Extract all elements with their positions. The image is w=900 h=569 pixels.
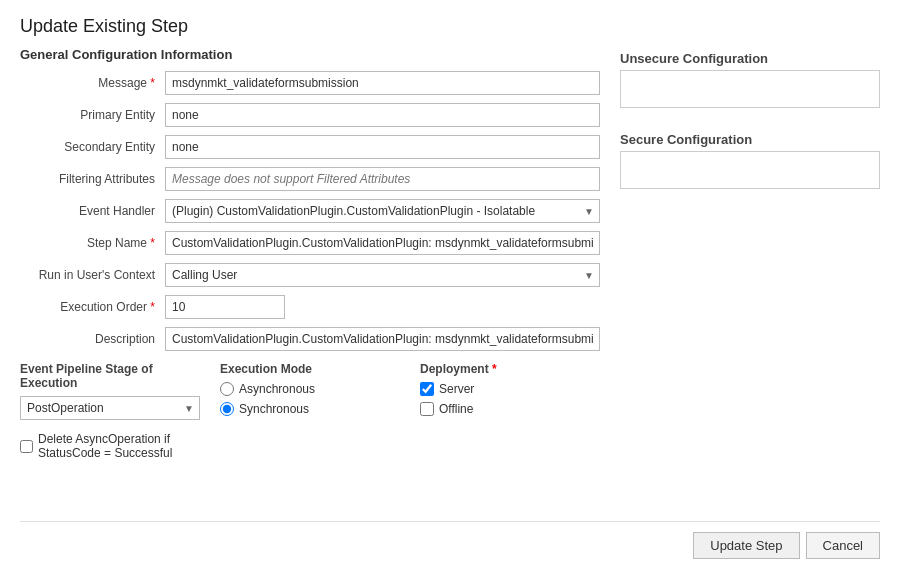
secondary-entity-label: Secondary Entity: [20, 140, 165, 154]
run-in-users-context-label: Run in User's Context: [20, 268, 165, 282]
step-name-label: Step Name *: [20, 236, 165, 250]
event-handler-select[interactable]: (Plugin) CustomValidationPlugin.CustomVa…: [165, 199, 600, 223]
server-label: Server: [439, 382, 474, 396]
message-label: Message *: [20, 76, 165, 90]
unsecure-config-label: Unsecure Configuration: [620, 51, 880, 66]
secondary-entity-input[interactable]: [165, 135, 600, 159]
offline-checkbox[interactable]: [420, 402, 434, 416]
secure-config-textarea[interactable]: [620, 151, 880, 189]
filtering-attributes-input[interactable]: [165, 167, 600, 191]
description-label: Description: [20, 332, 165, 346]
delete-async-checkbox[interactable]: [20, 440, 33, 453]
synchronous-label: Synchronous: [239, 402, 309, 416]
asynchronous-radio[interactable]: [220, 382, 234, 396]
asynchronous-label: Asynchronous: [239, 382, 315, 396]
event-handler-label: Event Handler: [20, 204, 165, 218]
pipeline-stage-select[interactable]: PostOperation: [20, 396, 200, 420]
unsecure-config-textarea[interactable]: [620, 70, 880, 108]
primary-entity-label: Primary Entity: [20, 108, 165, 122]
step-name-input[interactable]: [165, 231, 600, 255]
deployment-label: Deployment *: [420, 362, 600, 376]
filtering-attributes-label: Filtering Attributes: [20, 172, 165, 186]
primary-entity-input[interactable]: [165, 103, 600, 127]
synchronous-radio[interactable]: [220, 402, 234, 416]
offline-label: Offline: [439, 402, 473, 416]
update-step-button[interactable]: Update Step: [693, 532, 799, 559]
page-title: Update Existing Step: [20, 16, 880, 37]
secure-config-label: Secure Configuration: [620, 132, 880, 147]
execution-mode-label: Execution Mode: [220, 362, 400, 376]
cancel-button[interactable]: Cancel: [806, 532, 880, 559]
delete-async-label: Delete AsyncOperation if StatusCode = Su…: [38, 432, 200, 460]
general-config-section-title: General Configuration Information: [20, 47, 600, 62]
execution-order-label: Execution Order *: [20, 300, 165, 314]
description-input[interactable]: [165, 327, 600, 351]
run-in-users-context-select[interactable]: Calling User: [165, 263, 600, 287]
message-input[interactable]: [165, 71, 600, 95]
server-checkbox[interactable]: [420, 382, 434, 396]
execution-order-input[interactable]: [165, 295, 285, 319]
pipeline-stage-label: Event Pipeline Stage of Execution: [20, 362, 200, 390]
